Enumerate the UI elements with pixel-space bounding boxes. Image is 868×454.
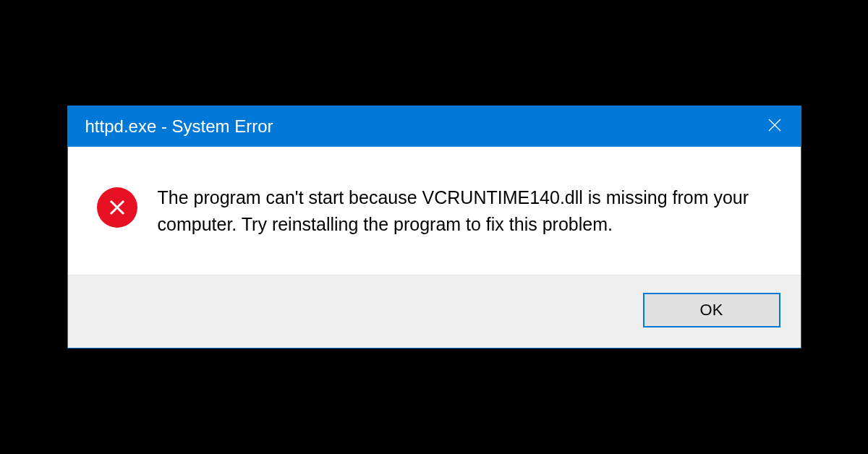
dialog-message: The program can't start because VCRUNTIM… (158, 184, 757, 237)
system-error-dialog: httpd.exe - System Error The program can… (67, 106, 801, 348)
close-button[interactable] (749, 106, 801, 147)
close-icon (767, 118, 782, 135)
dialog-title: httpd.exe - System Error (85, 116, 273, 137)
ok-button[interactable]: OK (643, 293, 780, 327)
dialog-button-row: OK (68, 275, 801, 348)
dialog-titlebar[interactable]: httpd.exe - System Error (68, 106, 801, 147)
dialog-body: The program can't start because VCRUNTIM… (68, 147, 801, 275)
error-icon (97, 187, 137, 228)
